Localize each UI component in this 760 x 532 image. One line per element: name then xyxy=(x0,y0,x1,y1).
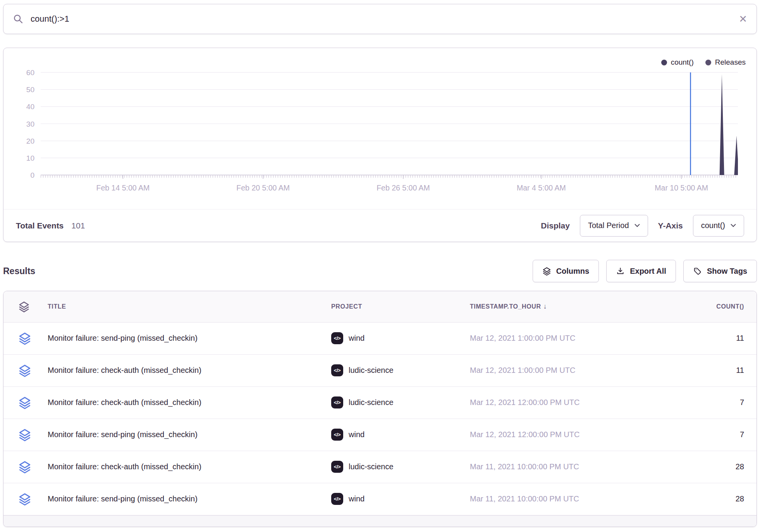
project-cell: </> ludic-science xyxy=(331,396,470,408)
count-value: 7 xyxy=(740,398,744,407)
search-bar: ✕ xyxy=(3,4,757,34)
project-cell: </> wind xyxy=(331,332,470,344)
event-title-link[interactable]: Monitor failure: check-auth (missed_chec… xyxy=(48,462,201,471)
event-title-link[interactable]: Monitor failure: check-auth (missed_chec… xyxy=(48,398,201,407)
project-name: wind xyxy=(349,430,365,439)
show-tags-button[interactable]: Show Tags xyxy=(683,260,757,282)
code-platform-icon: </> xyxy=(331,461,343,473)
layers-icon xyxy=(18,396,44,409)
layers-icon xyxy=(542,267,551,276)
svg-text:50: 50 xyxy=(26,86,34,94)
row-icon-cell xyxy=(3,386,44,419)
svg-text:Feb 20 5:00 AM: Feb 20 5:00 AM xyxy=(236,184,290,192)
timestamp-value: Mar 12, 2021 1:00:00 PM UTC xyxy=(470,334,575,342)
timestamp-header-label: TIMESTAMP.TO_HOUR xyxy=(470,303,541,310)
event-title-link[interactable]: Monitor failure: send-ping (missed_check… xyxy=(48,430,198,439)
code-platform-icon: </> xyxy=(331,364,343,376)
total-events: Total Events 101 xyxy=(16,221,85,230)
table-row: Monitor failure: send-ping (missed_check… xyxy=(3,419,757,451)
search-input[interactable] xyxy=(31,14,732,24)
search-icon xyxy=(13,14,24,24)
project-name: ludic-science xyxy=(349,462,394,471)
results-heading: Results xyxy=(3,266,35,276)
show-tags-button-label: Show Tags xyxy=(707,267,747,276)
results-table-card: TITLE PROJECT TIMESTAMP.TO_HOUR↓ COUNT()… xyxy=(3,291,757,527)
row-icon-cell xyxy=(3,483,44,515)
count-value: 11 xyxy=(736,366,744,374)
columns-button[interactable]: Columns xyxy=(533,260,599,282)
svg-text:30: 30 xyxy=(26,120,34,128)
table-header-row: TITLE PROJECT TIMESTAMP.TO_HOUR↓ COUNT() xyxy=(3,291,757,322)
svg-text:0: 0 xyxy=(30,171,34,179)
layers-icon xyxy=(18,428,44,441)
results-table-body: Monitor failure: send-ping (missed_check… xyxy=(3,322,757,515)
row-icon-cell xyxy=(3,419,44,451)
table-row: Monitor failure: send-ping (missed_check… xyxy=(3,483,757,515)
columns-button-label: Columns xyxy=(556,267,590,276)
timestamp-value: Mar 12, 2021 12:00:00 PM UTC xyxy=(470,430,579,439)
project-name: ludic-science xyxy=(349,366,394,375)
yaxis-select-value: count() xyxy=(701,221,725,230)
code-platform-icon: </> xyxy=(331,396,343,408)
svg-text:10: 10 xyxy=(26,154,34,162)
project-cell: </> wind xyxy=(331,493,470,505)
svg-text:Mar 4 5:00 AM: Mar 4 5:00 AM xyxy=(517,184,566,192)
results-bar: Results Columns Export All xyxy=(3,260,757,282)
event-title-link[interactable]: Monitor failure: send-ping (missed_check… xyxy=(48,334,198,342)
layers-icon xyxy=(18,460,44,474)
table-row: Monitor failure: check-auth (missed_chec… xyxy=(3,451,757,483)
timestamp-value: Mar 12, 2021 12:00:00 PM UTC xyxy=(470,398,579,407)
code-platform-icon: </> xyxy=(331,493,343,505)
tag-icon xyxy=(693,267,702,276)
export-all-button-label: Export All xyxy=(630,267,666,276)
close-icon: ✕ xyxy=(739,14,747,24)
svg-text:60: 60 xyxy=(26,69,34,77)
project-cell: </> wind xyxy=(331,429,470,441)
column-header-timestamp[interactable]: TIMESTAMP.TO_HOUR↓ xyxy=(470,291,660,322)
project-name: wind xyxy=(349,494,365,503)
count-value: 7 xyxy=(740,430,744,439)
column-header-project[interactable]: PROJECT xyxy=(331,291,470,322)
display-label: Display xyxy=(541,221,570,230)
chart-footer: Total Events 101 Display Total Period Y-… xyxy=(3,209,757,242)
layers-icon xyxy=(18,364,44,377)
row-icon-cell xyxy=(3,322,44,354)
total-events-label: Total Events xyxy=(16,221,64,230)
layers-icon xyxy=(18,493,44,506)
events-chart-card: count() Releases 0102030405060Feb 14 5:0… xyxy=(3,48,757,242)
column-header-count[interactable]: COUNT() xyxy=(660,291,757,322)
timestamp-value: Mar 11, 2021 10:00:00 PM UTC xyxy=(470,462,579,471)
svg-text:Mar 10 5:00 AM: Mar 10 5:00 AM xyxy=(655,184,708,192)
layers-icon xyxy=(18,301,44,312)
code-platform-icon: </> xyxy=(331,332,343,344)
event-chart: 0102030405060Feb 14 5:00 AMFeb 20 5:00 A… xyxy=(3,48,757,204)
column-header-title[interactable]: TITLE xyxy=(44,291,331,322)
project-cell: </> ludic-science xyxy=(331,364,470,376)
svg-text:Feb 14 5:00 AM: Feb 14 5:00 AM xyxy=(96,184,150,192)
table-row: Monitor failure: check-auth (missed_chec… xyxy=(3,354,757,386)
table-footer xyxy=(3,515,757,527)
svg-text:20: 20 xyxy=(26,137,34,145)
table-row: Monitor failure: send-ping (missed_check… xyxy=(3,322,757,354)
results-table: TITLE PROJECT TIMESTAMP.TO_HOUR↓ COUNT()… xyxy=(3,291,757,515)
clear-search-button[interactable]: ✕ xyxy=(739,14,747,24)
code-platform-icon: </> xyxy=(331,429,343,441)
layers-icon xyxy=(18,332,44,345)
discover-page: ✕ count() Releases 0102030405060Feb 14 5… xyxy=(0,4,760,527)
export-all-button[interactable]: Export All xyxy=(606,260,676,282)
sort-desc-icon: ↓ xyxy=(543,302,547,310)
event-title-link[interactable]: Monitor failure: send-ping (missed_check… xyxy=(48,494,198,503)
count-value: 11 xyxy=(736,334,744,342)
chevron-down-icon xyxy=(634,224,640,227)
svg-text:40: 40 xyxy=(26,103,34,111)
event-title-link[interactable]: Monitor failure: check-auth (missed_chec… xyxy=(48,366,201,374)
chevron-down-icon xyxy=(731,224,736,227)
timestamp-value: Mar 11, 2021 10:00:00 PM UTC xyxy=(470,494,579,503)
yaxis-select[interactable]: count() xyxy=(693,215,744,237)
timestamp-value: Mar 12, 2021 1:00:00 PM UTC xyxy=(470,366,575,374)
project-name: ludic-science xyxy=(349,398,394,407)
download-icon xyxy=(616,267,625,276)
display-select[interactable]: Total Period xyxy=(580,215,648,237)
header-stack-icon-cell xyxy=(3,291,44,322)
project-name: wind xyxy=(349,334,365,343)
